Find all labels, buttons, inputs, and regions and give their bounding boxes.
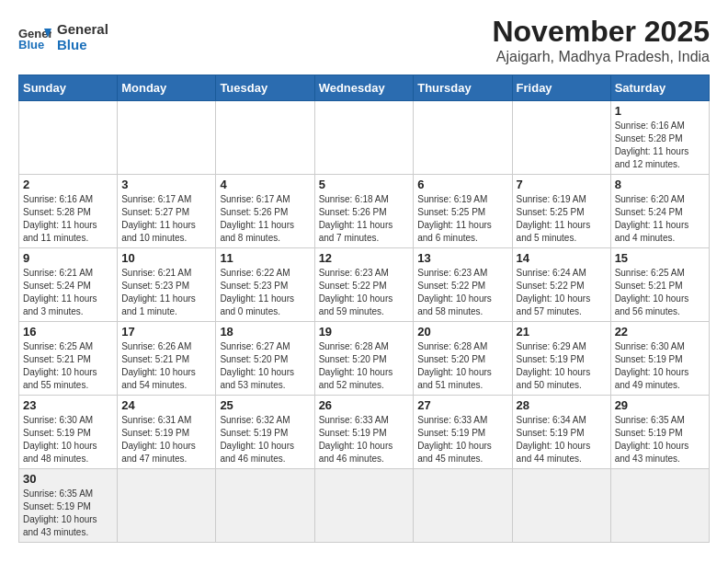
day-info: Sunrise: 6:22 AM Sunset: 5:23 PM Dayligh… [220,267,310,318]
day-number: 2 [23,178,113,191]
day-number: 9 [23,251,113,265]
location-title: Ajaigarh, Madhya Pradesh, India [492,49,710,65]
title-area: November 2025 Ajaigarh, Madhya Pradesh, … [492,15,710,65]
day-number: 3 [121,178,211,191]
calendar-day-cell: 15Sunrise: 6:25 AM Sunset: 5:21 PM Dayli… [610,248,709,322]
day-info: Sunrise: 6:34 AM Sunset: 5:19 PM Dayligh… [517,414,607,465]
day-info: Sunrise: 6:19 AM Sunset: 5:25 PM Dayligh… [417,193,507,245]
day-info: Sunrise: 6:30 AM Sunset: 5:19 PM Dayligh… [23,414,113,465]
day-number: 11 [220,251,310,265]
weekday-header-thursday: Thursday [414,75,512,101]
day-info: Sunrise: 6:28 AM Sunset: 5:20 PM Dayligh… [319,340,410,392]
calendar-week-row: 2Sunrise: 6:16 AM Sunset: 5:28 PM Daylig… [19,175,710,248]
calendar-day-cell: 26Sunrise: 6:33 AM Sunset: 5:19 PM Dayli… [314,396,414,469]
day-number: 30 [23,472,113,486]
svg-text:Blue: Blue [18,38,44,51]
day-number: 20 [417,325,507,339]
calendar-day-cell: 6Sunrise: 6:19 AM Sunset: 5:25 PM Daylig… [414,175,512,248]
day-number: 19 [319,325,410,339]
day-number: 25 [220,398,310,412]
calendar-day-cell: 11Sunrise: 6:22 AM Sunset: 5:23 PM Dayli… [216,248,314,322]
day-info: Sunrise: 6:21 AM Sunset: 5:24 PM Dayligh… [23,267,113,318]
calendar-day-cell [314,469,414,543]
calendar-day-cell [512,101,610,175]
calendar-day-cell: 18Sunrise: 6:27 AM Sunset: 5:20 PM Dayli… [216,322,314,396]
day-info: Sunrise: 6:17 AM Sunset: 5:27 PM Dayligh… [121,193,211,245]
calendar-day-cell: 7Sunrise: 6:19 AM Sunset: 5:25 PM Daylig… [512,175,610,248]
calendar-day-cell [414,101,512,175]
day-number: 24 [121,398,211,412]
day-info: Sunrise: 6:30 AM Sunset: 5:19 PM Dayligh… [615,340,705,392]
calendar-day-cell: 28Sunrise: 6:34 AM Sunset: 5:19 PM Dayli… [512,396,610,469]
calendar-day-cell [414,469,512,543]
calendar-day-cell [512,469,610,543]
calendar-day-cell: 1Sunrise: 6:16 AM Sunset: 5:28 PM Daylig… [610,101,709,175]
day-number: 4 [220,178,310,191]
calendar-day-cell: 30Sunrise: 6:35 AM Sunset: 5:19 PM Dayli… [19,469,118,543]
calendar-day-cell [19,101,118,175]
day-number: 14 [517,251,607,265]
calendar-day-cell [314,101,414,175]
calendar-day-cell: 19Sunrise: 6:28 AM Sunset: 5:20 PM Dayli… [314,322,414,396]
day-info: Sunrise: 6:17 AM Sunset: 5:26 PM Dayligh… [220,193,310,245]
calendar-day-cell: 3Sunrise: 6:17 AM Sunset: 5:27 PM Daylig… [118,175,216,248]
calendar-week-row: 23Sunrise: 6:30 AM Sunset: 5:19 PM Dayli… [19,396,710,469]
day-info: Sunrise: 6:32 AM Sunset: 5:19 PM Dayligh… [220,414,310,465]
day-number: 17 [121,325,211,339]
day-number: 29 [615,398,705,412]
day-info: Sunrise: 6:26 AM Sunset: 5:21 PM Dayligh… [121,340,211,392]
day-info: Sunrise: 6:29 AM Sunset: 5:19 PM Dayligh… [517,340,607,392]
day-info: Sunrise: 6:27 AM Sunset: 5:20 PM Dayligh… [220,340,310,392]
header: General Blue General Blue November 2025 … [18,15,710,65]
logo-general-text: General [57,22,108,38]
weekday-header-sunday: Sunday [19,75,118,101]
calendar-body: 1Sunrise: 6:16 AM Sunset: 5:28 PM Daylig… [19,101,710,543]
day-number: 22 [615,325,705,339]
calendar-day-cell [610,469,709,543]
calendar-day-cell [118,469,216,543]
calendar-day-cell: 14Sunrise: 6:24 AM Sunset: 5:22 PM Dayli… [512,248,610,322]
day-info: Sunrise: 6:23 AM Sunset: 5:22 PM Dayligh… [417,267,507,318]
day-number: 16 [23,325,113,339]
day-info: Sunrise: 6:24 AM Sunset: 5:22 PM Dayligh… [517,267,607,318]
month-title: November 2025 [492,15,710,49]
calendar-day-cell: 29Sunrise: 6:35 AM Sunset: 5:19 PM Dayli… [610,396,709,469]
weekday-header-wednesday: Wednesday [314,75,414,101]
calendar-day-cell: 24Sunrise: 6:31 AM Sunset: 5:19 PM Dayli… [118,396,216,469]
day-number: 28 [517,398,607,412]
day-info: Sunrise: 6:33 AM Sunset: 5:19 PM Dayligh… [417,414,507,465]
day-number: 26 [319,398,410,412]
weekday-header-friday: Friday [512,75,610,101]
calendar-day-cell [216,469,314,543]
calendar-day-cell [216,101,314,175]
calendar-day-cell: 21Sunrise: 6:29 AM Sunset: 5:19 PM Dayli… [512,322,610,396]
day-number: 10 [121,251,211,265]
day-number: 18 [220,325,310,339]
day-info: Sunrise: 6:33 AM Sunset: 5:19 PM Dayligh… [319,414,410,465]
day-number: 1 [615,104,705,118]
day-info: Sunrise: 6:35 AM Sunset: 5:19 PM Dayligh… [23,488,113,539]
weekday-header-row: SundayMondayTuesdayWednesdayThursdayFrid… [19,75,710,101]
day-info: Sunrise: 6:16 AM Sunset: 5:28 PM Dayligh… [615,120,705,171]
calendar-day-cell: 22Sunrise: 6:30 AM Sunset: 5:19 PM Dayli… [610,322,709,396]
day-number: 8 [615,178,705,191]
logo: General Blue General Blue [18,22,108,52]
calendar-day-cell: 25Sunrise: 6:32 AM Sunset: 5:19 PM Dayli… [216,396,314,469]
weekday-header-tuesday: Tuesday [216,75,314,101]
calendar-day-cell: 27Sunrise: 6:33 AM Sunset: 5:19 PM Dayli… [414,396,512,469]
day-info: Sunrise: 6:31 AM Sunset: 5:19 PM Dayligh… [121,414,211,465]
logo-blue-text: Blue [57,38,108,53]
day-number: 21 [517,325,607,339]
day-number: 12 [319,251,410,265]
calendar-day-cell: 17Sunrise: 6:26 AM Sunset: 5:21 PM Dayli… [118,322,216,396]
day-number: 6 [417,178,507,191]
day-info: Sunrise: 6:21 AM Sunset: 5:23 PM Dayligh… [121,267,211,318]
calendar-day-cell: 8Sunrise: 6:20 AM Sunset: 5:24 PM Daylig… [610,175,709,248]
calendar-day-cell: 16Sunrise: 6:25 AM Sunset: 5:21 PM Dayli… [19,322,118,396]
calendar-day-cell [118,101,216,175]
calendar-day-cell: 20Sunrise: 6:28 AM Sunset: 5:20 PM Dayli… [414,322,512,396]
day-info: Sunrise: 6:25 AM Sunset: 5:21 PM Dayligh… [615,267,705,318]
calendar-week-row: 30Sunrise: 6:35 AM Sunset: 5:19 PM Dayli… [19,469,710,543]
calendar-day-cell: 23Sunrise: 6:30 AM Sunset: 5:19 PM Dayli… [19,396,118,469]
calendar-week-row: 1Sunrise: 6:16 AM Sunset: 5:28 PM Daylig… [19,101,710,175]
